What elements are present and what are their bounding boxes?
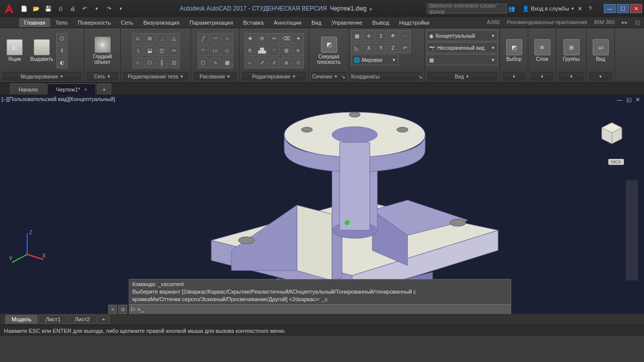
move-icon[interactable]: ✥ <box>245 33 256 44</box>
ucs-x-icon[interactable]: X <box>363 42 374 53</box>
panel-layers-title[interactable]: ▼ <box>530 72 554 81</box>
panel-selection-title[interactable]: ▼ <box>502 72 526 81</box>
exchange-icon[interactable]: ✕ <box>578 6 588 12</box>
tab-a360[interactable]: A360 <box>487 19 500 26</box>
close-button[interactable]: ✕ <box>630 4 642 13</box>
doctab-close-icon[interactable]: × <box>84 86 87 93</box>
arc-icon[interactable]: ◠ <box>198 45 209 56</box>
selection-button[interactable]: ◩ Выбор <box>502 37 526 64</box>
open-icon[interactable]: 📂 <box>31 4 41 14</box>
offset-icon[interactable]: ⫽ <box>269 57 280 68</box>
print-icon[interactable]: 🖨 <box>67 4 77 14</box>
ucs-origin-icon[interactable]: ✛ <box>363 30 374 41</box>
mirror-icon[interactable]: ▟▙ <box>257 45 268 56</box>
ucs-y-icon[interactable]: Y <box>375 42 386 53</box>
tab-view[interactable]: Вид <box>306 18 327 27</box>
signin-button[interactable]: 👤Вход в службы▼ <box>520 6 577 12</box>
rectangle-icon[interactable]: ▭ <box>210 45 221 56</box>
separate-icon[interactable]: ║ <box>156 57 168 68</box>
tab-mesh[interactable]: Сеть <box>116 18 138 27</box>
tab-visualize[interactable]: Визуализация <box>138 18 185 27</box>
search-input[interactable]: Введите ключевое слово/фразу <box>427 4 507 14</box>
doctab-drawing[interactable]: Чертеж1* × <box>47 83 96 95</box>
layout2-tab[interactable]: Лист2 <box>68 315 97 324</box>
help-icon[interactable]: ? <box>589 6 599 12</box>
ucs-label[interactable]: МСК <box>608 159 624 165</box>
erase-icon[interactable]: ⌫ <box>281 33 292 44</box>
viewport-restore-icon[interactable]: ◱ <box>625 97 632 103</box>
slice-icon[interactable]: ✂ <box>169 45 180 56</box>
fillet-edge-icon[interactable]: ◞ <box>156 33 168 44</box>
ribbon-expand-icon[interactable]: ◱ <box>635 19 640 26</box>
union-icon[interactable]: ∪ <box>132 33 143 44</box>
tab-main[interactable]: Главная <box>19 18 50 27</box>
tab-insert[interactable]: Вставка <box>238 18 269 27</box>
maximize-button[interactable]: ☐ <box>617 4 629 13</box>
tab-surface[interactable]: Поверхность <box>72 18 116 27</box>
panel-view-title[interactable]: Вид▼ <box>427 72 498 81</box>
autocad-logo[interactable] <box>2 2 16 16</box>
hatch-icon[interactable]: ▦ <box>222 57 233 68</box>
extrude-button[interactable]: ⬚ Выдавить <box>29 37 54 64</box>
scale-icon[interactable]: ⤢ <box>257 57 268 68</box>
stretch-icon[interactable]: ↔ <box>245 57 256 68</box>
ucs-world-icon[interactable]: ▦ <box>351 30 362 41</box>
ucs-more-icon[interactable]: ⋯ <box>399 30 411 41</box>
panel-modeling-title[interactable]: Моделирование▼ <box>2 72 82 81</box>
panel-mesh-title[interactable]: Сеть▼ <box>87 72 118 81</box>
copy-icon[interactable]: ⎘ <box>245 45 256 56</box>
ucs-z-icon[interactable]: ↥ <box>375 30 386 41</box>
extrude-faces-icon[interactable]: ⬓ <box>144 45 155 56</box>
navigation-bar[interactable] <box>626 180 638 281</box>
polygon-icon[interactable]: ⬠ <box>198 57 209 68</box>
polyline-icon[interactable]: 〰 <box>210 33 221 44</box>
ellipse-icon[interactable]: ⬭ <box>222 45 233 56</box>
tab-addins[interactable]: Надстройки <box>394 18 434 27</box>
layout1-tab[interactable]: Лист1 <box>39 315 67 324</box>
minimize-button[interactable]: — <box>604 4 616 13</box>
model-tab[interactable]: Модель <box>5 315 38 324</box>
command-line[interactable]: Команда: _vscurrent Выберите вариант [2d… <box>129 279 511 314</box>
panel-modify-title[interactable]: Редактирование▼ <box>242 72 306 81</box>
spline-icon[interactable]: ∿ <box>210 57 221 68</box>
presspull-icon[interactable]: ⇕ <box>56 45 67 56</box>
intersect-icon[interactable]: ∩ <box>132 57 143 68</box>
section-plane-button[interactable]: ◩ Секущая плоскость <box>316 35 342 67</box>
tab-bim360[interactable]: BIM 360 <box>594 19 615 26</box>
line-icon[interactable]: ╱ <box>198 33 209 44</box>
doctab-start[interactable]: Начало <box>10 83 46 95</box>
3dmirror-icon[interactable]: ⎅ <box>293 57 304 68</box>
panel-draw-title[interactable]: Рисование▼ <box>193 72 237 81</box>
imprint-icon[interactable]: ⊡ <box>169 57 180 68</box>
ucs-prev-icon[interactable]: ↶ <box>399 42 411 53</box>
layout-add-button[interactable]: + <box>98 315 110 324</box>
visual-style-dropdown[interactable]: ◉ Концептуальный ▼ <box>427 30 498 41</box>
rotate-icon[interactable]: ⟳ <box>257 33 268 44</box>
viewport-config-dropdown[interactable]: ▦ ▼ <box>427 54 498 65</box>
array-icon[interactable]: ⊞ <box>281 45 292 56</box>
saveas-icon[interactable]: ⎙ <box>55 4 65 14</box>
undo-icon[interactable]: ↶ <box>79 4 90 14</box>
taper-icon[interactable]: △ <box>169 33 180 44</box>
panel-section-title[interactable]: Сечение▼↘ <box>311 72 347 81</box>
ucs-3point-icon[interactable]: ◺ <box>351 42 362 53</box>
revolve-icon[interactable]: ◐ <box>56 57 67 68</box>
tab-featured-apps[interactable]: Рекомендованные приложения <box>507 19 587 26</box>
explode-icon[interactable]: ✦ <box>293 33 304 44</box>
tab-annotate[interactable]: Аннотации <box>269 18 306 27</box>
subtract-icon[interactable]: ∖ <box>132 45 143 56</box>
3dalign-icon[interactable]: ⧈ <box>281 57 292 68</box>
infocenter-icon[interactable]: 👥 <box>508 6 519 12</box>
shell-icon[interactable]: ◫ <box>156 45 168 56</box>
box-button[interactable]: ◧ Ящик <box>2 37 27 64</box>
tab-output[interactable]: Вывод <box>367 18 394 27</box>
extract-edges-icon[interactable]: ⧉ <box>144 33 155 44</box>
cmdline-options-icon[interactable]: ⚙ <box>118 305 127 314</box>
ucs-view-icon[interactable]: 👁 <box>387 30 398 41</box>
saved-view-dropdown[interactable]: 📷 Несохраненный вид ▼ <box>427 42 498 53</box>
viewport-label[interactable]: [–][Пользовательский вид][Концептуальный… <box>2 96 115 102</box>
ucs-icon[interactable]: Z X Y <box>7 229 47 269</box>
ucs-zrot-icon[interactable]: Z <box>387 42 398 53</box>
viewport-minimize-icon[interactable]: — <box>616 97 623 103</box>
ucs-named-dropdown[interactable]: 🌐 Мировая ▼ <box>351 54 398 65</box>
